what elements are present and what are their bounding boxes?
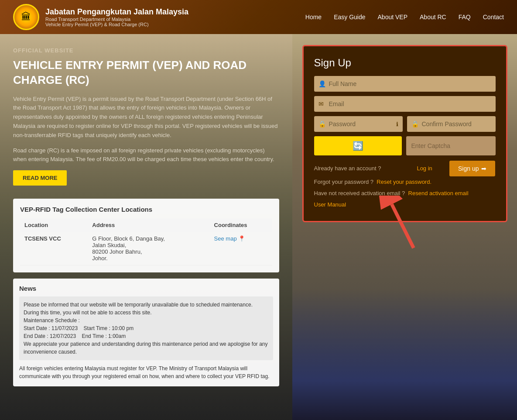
right-panel: Sign Up 👤 ✉ 🔒 ℹ — [292, 34, 517, 420]
user-icon: 👤 — [318, 80, 326, 87]
news-title: News — [19, 285, 273, 292]
arrow-icon — [379, 196, 422, 252]
reset-password-link[interactable]: Reset your password. — [377, 179, 431, 185]
col-coordinates: Coordinates — [210, 218, 272, 232]
left-panel: OFFICIAL WEBSITE VEHICLE ENTRY PERMIT (V… — [0, 34, 292, 420]
table-title: VEP-RFID Tag Collection Center Locations — [20, 206, 272, 213]
captcha-refresh-button[interactable]: 🔄 — [314, 136, 402, 155]
log-in-link[interactable]: Log in — [417, 163, 432, 174]
left-content: OFFICIAL WEBSITE VEHICLE ENTRY PERMIT (V… — [13, 47, 279, 386]
header: 🏛 Jabatan Pengangkutan Jalan Malaysia Ro… — [0, 0, 517, 34]
header-text-block: Jabatan Pengangkutan Jalan Malaysia Road… — [45, 7, 188, 27]
news-item-1: Please be informed that our website will… — [19, 296, 273, 360]
location-coordinates: See map 📍 — [210, 232, 272, 265]
sign-up-button[interactable]: Sign up ➡ — [449, 161, 495, 176]
col-location: Location — [20, 218, 88, 232]
already-account-row: Already have an account ? Log in Sign up… — [314, 161, 496, 176]
confirm-password-input[interactable] — [407, 116, 496, 132]
description-2: Road charge (RC) is a fee imposed on all… — [13, 146, 279, 165]
email-group: ✉ — [314, 96, 496, 112]
news-section: News Please be informed that our website… — [13, 279, 279, 386]
email-icon: ✉ — [318, 100, 324, 107]
org-sub1: Road Transport Department of Malaysia — [45, 17, 188, 22]
confirm-password-wrapper: 🔒 — [407, 116, 496, 132]
nav-easy-guide[interactable]: Easy Guide — [334, 14, 365, 21]
full-name-input[interactable] — [314, 76, 496, 92]
news-item-2: All foreign vehicles entering Malaysia m… — [19, 365, 273, 380]
table-row: TCSENS VCC G Floor, Block 6, Danga Bay,J… — [20, 232, 272, 265]
already-account-text: Already have an account ? — [314, 163, 381, 174]
captcha-input[interactable] — [406, 136, 496, 155]
description-1: Vehicle Entry Permit (VEP) is a permit i… — [13, 95, 279, 140]
location-address: G Floor, Block 6, Danga Bay,Jalan Skudai… — [88, 232, 209, 265]
captcha-row: 🔄 — [314, 136, 496, 155]
svg-line-1 — [392, 204, 414, 248]
official-label: OFFICIAL WEBSITE — [13, 47, 279, 54]
city-skyline — [292, 289, 517, 420]
user-manual-link[interactable]: User Manual — [314, 201, 346, 208]
nav-about-vep[interactable]: About VEP — [378, 14, 408, 21]
password-row: 🔒 ℹ 🔒 — [314, 116, 496, 132]
arrow-container — [379, 196, 422, 254]
forgot-password-row: Forgot your password ? Reset your passwo… — [314, 176, 496, 188]
password-wrapper: 🔒 ℹ — [314, 116, 403, 132]
collection-center-table: Location Address Coordinates TCSENS VCC … — [20, 218, 272, 265]
signup-title: Sign Up — [314, 57, 496, 69]
col-address: Address — [88, 218, 209, 232]
email-input[interactable] — [314, 96, 496, 112]
header-branding: 🏛 Jabatan Pengangkutan Jalan Malaysia Ro… — [13, 4, 188, 30]
see-map-link[interactable]: See map 📍 — [214, 235, 246, 242]
collection-center-table-section: VEP-RFID Tag Collection Center Locations… — [13, 199, 279, 272]
org-sub2: Vehicle Entry Permit (VEP) & Road Charge… — [45, 22, 188, 27]
main-container: OFFICIAL WEBSITE VEHICLE ENTRY PERMIT (V… — [0, 34, 517, 420]
main-nav: Home Easy Guide About VEP About RC FAQ C… — [305, 14, 504, 21]
email-wrapper: ✉ — [314, 96, 496, 112]
password-input[interactable] — [314, 116, 403, 132]
lock-icon: 🔒 — [318, 120, 326, 127]
full-name-group: 👤 — [314, 76, 496, 92]
info-icon[interactable]: ℹ — [396, 121, 398, 127]
logo: 🏛 — [13, 4, 39, 30]
main-title: VEHICLE ENTRY PERMIT (VEP) AND ROAD CHAR… — [13, 58, 279, 88]
read-more-button[interactable]: READ MORE — [13, 170, 67, 186]
forgot-password-text: Forgot your password ? — [314, 179, 374, 185]
location-name: TCSENS VCC — [20, 232, 88, 265]
nav-contact[interactable]: Contact — [483, 14, 504, 21]
org-name: Jabatan Pengangkutan Jalan Malaysia — [45, 7, 188, 17]
nav-home[interactable]: Home — [305, 14, 322, 21]
nav-about-rc[interactable]: About RC — [420, 14, 446, 21]
full-name-wrapper: 👤 — [314, 76, 496, 92]
confirm-lock-icon: 🔒 — [411, 120, 419, 127]
nav-faq[interactable]: FAQ — [459, 14, 471, 21]
